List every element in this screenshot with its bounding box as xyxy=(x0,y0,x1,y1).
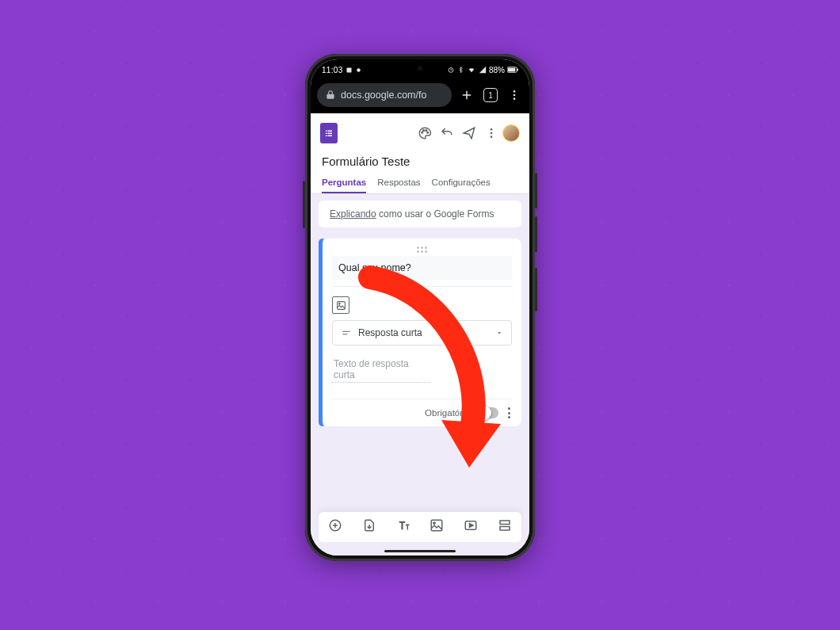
svg-point-19 xyxy=(427,132,429,133)
short-answer-icon xyxy=(341,327,352,338)
svg-rect-30 xyxy=(500,527,510,531)
svg-rect-6 xyxy=(326,94,334,99)
tab-responses[interactable]: Respostas xyxy=(377,173,420,193)
caret-down-icon xyxy=(495,329,503,337)
send-button[interactable] xyxy=(458,126,480,140)
question-card[interactable]: Resposta curta Texto de resposta curta O… xyxy=(319,239,521,426)
svg-rect-15 xyxy=(328,136,333,137)
svg-point-24 xyxy=(338,303,340,304)
more-vert-icon xyxy=(508,89,521,101)
tab-questions[interactable]: Perguntas xyxy=(322,173,366,193)
svg-rect-5 xyxy=(517,69,518,71)
drag-handle-icon xyxy=(417,246,427,251)
plus-icon xyxy=(460,88,474,102)
google-forms-logo[interactable] xyxy=(320,123,338,143)
browser-menu-button[interactable] xyxy=(506,89,523,101)
wifi-icon xyxy=(467,66,476,74)
send-icon xyxy=(462,126,476,140)
form-description-part1: Explicando xyxy=(330,208,376,220)
tab-count: 1 xyxy=(483,88,498,102)
svg-point-22 xyxy=(491,136,493,138)
question-type-select[interactable]: Resposta curta xyxy=(332,320,512,346)
screenshot-icon xyxy=(346,67,353,74)
svg-point-8 xyxy=(514,94,516,97)
svg-rect-14 xyxy=(326,136,327,137)
palette-icon xyxy=(418,126,432,140)
undo-button[interactable] xyxy=(436,126,458,140)
svg-point-18 xyxy=(426,130,427,132)
add-image-button[interactable] xyxy=(332,296,349,314)
form-title[interactable]: Formulário Teste xyxy=(311,147,529,173)
video-icon xyxy=(464,518,478,533)
svg-rect-23 xyxy=(337,301,345,309)
question-type-label: Resposta curta xyxy=(358,327,422,338)
google-forms-app: Formulário Teste Perguntas Respostas Con… xyxy=(311,113,529,556)
browser-toolbar: docs.google.com/fo 1 xyxy=(311,80,529,113)
customize-theme-button[interactable] xyxy=(414,126,436,140)
site-info-icon xyxy=(325,90,336,101)
required-toggle[interactable] xyxy=(478,407,498,418)
question-footer: Obrigatória xyxy=(332,399,512,418)
more-vert-icon xyxy=(485,127,498,139)
svg-point-9 xyxy=(514,97,516,100)
add-toolbar xyxy=(319,512,521,542)
battery-percent: 88% xyxy=(489,66,505,74)
question-more-button[interactable] xyxy=(506,407,512,418)
url-text: docs.google.com/fo xyxy=(341,90,426,101)
svg-point-21 xyxy=(491,132,493,135)
question-title-input[interactable] xyxy=(332,256,512,280)
phone-screen: 11:03 88% docs.google.com/fo xyxy=(311,59,529,556)
drag-handle[interactable] xyxy=(332,246,512,251)
phone-frame: 11:03 88% docs.google.com/fo xyxy=(305,54,535,561)
svg-rect-4 xyxy=(508,68,515,72)
phone-camera-cutout xyxy=(415,63,425,73)
answer-preview-placeholder: Texto de resposta curta xyxy=(332,355,431,383)
add-circle-icon xyxy=(328,518,342,533)
svg-rect-29 xyxy=(500,521,510,525)
forms-header: Formulário Teste Perguntas Respostas Con… xyxy=(311,113,529,194)
import-icon xyxy=(362,518,376,533)
form-body[interactable]: Explicando como usar o Google Forms xyxy=(311,194,529,512)
bluetooth-icon xyxy=(457,66,464,74)
svg-rect-10 xyxy=(326,131,327,132)
add-title-button[interactable] xyxy=(396,518,410,536)
svg-rect-11 xyxy=(328,131,333,132)
image-icon xyxy=(336,300,346,311)
add-section-button[interactable] xyxy=(498,518,512,536)
account-avatar[interactable] xyxy=(502,124,520,142)
svg-point-27 xyxy=(433,522,435,524)
alarm-icon xyxy=(447,66,455,74)
svg-point-7 xyxy=(514,90,516,93)
svg-rect-26 xyxy=(432,520,443,531)
toggle-knob xyxy=(477,406,491,420)
required-label: Obrigatória xyxy=(425,408,470,418)
nav-home-indicator[interactable] xyxy=(384,550,456,552)
tab-switcher-button[interactable]: 1 xyxy=(482,88,499,102)
svg-rect-12 xyxy=(326,133,327,135)
svg-point-20 xyxy=(491,128,493,131)
new-tab-button[interactable] xyxy=(458,88,475,102)
import-questions-button[interactable] xyxy=(362,518,376,536)
svg-rect-0 xyxy=(346,67,351,72)
image-icon xyxy=(430,518,444,533)
add-video-button[interactable] xyxy=(464,518,478,536)
svg-point-16 xyxy=(422,132,423,133)
tab-settings[interactable]: Configurações xyxy=(432,173,491,193)
svg-point-1 xyxy=(357,68,361,72)
more-options-button[interactable] xyxy=(480,127,502,139)
form-tabs: Perguntas Respostas Configurações xyxy=(311,173,529,194)
section-icon xyxy=(498,518,512,533)
url-bar[interactable]: docs.google.com/fo xyxy=(317,83,452,107)
status-time: 11:03 xyxy=(322,66,343,74)
add-question-button[interactable] xyxy=(328,518,342,536)
svg-rect-13 xyxy=(328,133,333,135)
form-description-part2: como usar o Google Forms xyxy=(376,208,494,220)
add-image-toolbar-button[interactable] xyxy=(430,518,444,536)
svg-point-17 xyxy=(423,130,425,132)
forms-logo-icon xyxy=(324,128,334,138)
battery-icon xyxy=(507,67,518,73)
signal-icon xyxy=(479,66,487,74)
form-description-card[interactable]: Explicando como usar o Google Forms xyxy=(319,200,521,227)
title-icon xyxy=(396,518,410,533)
settings-status-icon xyxy=(355,67,362,74)
